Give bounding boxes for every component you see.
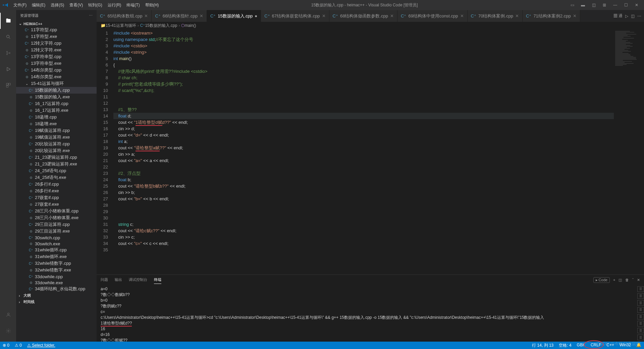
file-item[interactable]: ⚙28三只小猪称体重.exe [16,214,97,221]
terminal-instance-icon[interactable]: ☰ [637,321,644,327]
code-line[interactable]: float d; [113,113,614,119]
panel-tab[interactable]: 终端 [154,276,161,284]
code-line[interactable]: { [113,62,614,68]
project-header[interactable]: ⌄ HEIMAC++ [16,21,97,27]
menu-item[interactable]: 运行(R) [105,3,124,7]
file-item[interactable]: ⚙14布尔类型.exe [16,73,97,80]
editor-tab[interactable]: C⁺67结构体嵌套结构体.cpp✕ [261,10,329,22]
breadcrumb-item[interactable]: 15-41运算与循环 [106,23,136,29]
close-icon[interactable]: ✕ [322,13,326,18]
terminal-instance-icon[interactable]: ☰ [637,335,644,340]
menu-item[interactable]: 查看(V) [67,3,86,7]
more-icon[interactable]: ⋯ [89,13,93,18]
file-item[interactable]: ⚙21_23逻辑运算符.exe [16,161,97,167]
file-item[interactable]: C⁺14布尔类型.cpp [16,67,97,73]
file-item[interactable]: ⚙20比较运算符.exe [16,147,97,154]
file-item[interactable]: C⁺30switch.cpp [16,235,97,241]
status-warnings[interactable]: ⚠ 0 [12,343,24,348]
add-terminal-icon[interactable]: + [613,278,615,282]
menu-item[interactable]: 终端(T) [124,3,142,7]
close-icon[interactable]: ✕ [573,13,577,18]
status-encoding[interactable]: GBK [574,343,588,347]
code-line[interactable]: cout << "请给整型b赋b??" << endl; [113,183,614,189]
code-line[interactable]: #include <string> [113,49,614,55]
close-icon[interactable]: ✕ [144,13,148,18]
file-item[interactable]: C⁺12转义字符.cpp [16,40,97,47]
code-line[interactable]: // scanf("%c",&ch); [113,87,614,94]
code-line[interactable] [113,202,614,208]
close-panel-icon[interactable]: ✕ [637,278,640,282]
code-line[interactable] [113,164,614,170]
code-line[interactable]: #include <cstdio> [113,43,614,49]
file-item[interactable]: C⁺13字符串型.cpp [16,53,97,60]
code-line[interactable]: int a; [113,138,614,145]
file-item[interactable]: ⚙15数据的输入.exe [16,94,97,100]
file-item[interactable]: C⁺24_25if语句.cpp [16,167,97,174]
file-item[interactable]: C⁺31while循环.cpp [16,247,97,253]
file-item[interactable]: C⁺15数据的输入.cpp [16,87,97,94]
breadcrumb[interactable]: 📁 15-41运算与循环 › C⁺ 15数据的输入.cpp › ⬡ main() [97,22,644,29]
editor-tab[interactable]: C⁺68结构体做函数参数.cpp✕ [329,10,397,22]
maximize-icon[interactable]: ☐ [621,2,631,8]
menu-item[interactable]: 选择(S) [48,3,67,7]
editor-tab[interactable]: C⁺70结构体案例.cpp✕ [468,10,523,22]
terminal-instance-icon[interactable]: ☰ [637,300,644,306]
file-item[interactable]: C⁺32while猜数字.cpp [16,260,97,267]
menu-item[interactable]: 转到(G) [86,3,105,7]
breadcrumb-item[interactable]: main() [184,23,196,28]
code-line[interactable]: //1、整?? [113,106,614,113]
layout-icon[interactable]: ▭ [568,2,577,8]
close-icon[interactable]: ✕ [515,13,519,18]
menu-item[interactable]: 文件(F) [11,3,29,7]
terminal-instance-icon[interactable]: ☰ [637,328,644,334]
file-item[interactable]: C⁺16_17运算符.cpp [16,100,97,107]
file-item[interactable]: ⚙33dowhile.exe [16,280,97,286]
dirty-icon[interactable]: ● [255,13,257,18]
explorer-icon[interactable] [0,13,16,29]
code-line[interactable]: cout << "c=" << c << endl; [113,240,614,247]
search-icon[interactable] [0,29,16,45]
panel-tab[interactable]: 调试控制台 [129,276,147,284]
status-win[interactable]: Win32 [617,343,634,347]
status-position[interactable]: 行 14, 列 13 [529,343,556,348]
code-line[interactable]: //使用c风格的printf 使用需??#include <cstdio> [113,68,614,74]
code-line[interactable] [113,215,614,221]
split-icon[interactable]: ◫ [631,14,635,18]
file-item[interactable]: ⚙19赋值运算符.exe [16,134,97,141]
code-line[interactable]: cout << "b=" << b << endl; [113,196,614,202]
code-content[interactable]: #include <iostream>using namespace std;/… [113,29,614,275]
sidebar-icon[interactable]: ◫ [589,2,598,8]
file-item[interactable]: ⚙18递增.exe [16,120,97,127]
code-line[interactable]: cout << "请给整型a赋??" << endl; [113,145,614,151]
editor-tab[interactable]: C⁺15数据的输入.cpp● [207,10,261,22]
status-eol[interactable]: CRLF [588,343,604,347]
code-line[interactable]: cin >> a; [113,151,614,157]
status-select-folder[interactable]: ⚠ Select folder. [24,343,58,348]
file-item[interactable]: C⁺28三只小猪称体重.cpp [16,208,97,214]
file-item[interactable]: C⁺26多行if.cpp [16,181,97,188]
terminal-instance-icon[interactable]: ☰ [637,307,644,313]
close-icon[interactable]: ✕ [460,13,464,18]
editor-tab[interactable]: C⁺66结构体指针.cpp✕ [152,10,207,22]
outline-header[interactable]: › 大纲 [16,292,97,299]
close-icon[interactable]: ✕ [632,2,641,8]
editor-tab[interactable]: C⁺71结构体案例2.cpp✕ [523,10,580,22]
account-icon[interactable] [0,307,16,323]
code-line[interactable]: cout << "d=" << d << endl; [113,132,614,138]
file-item[interactable]: C⁺27嵌套if.cpp [16,194,97,201]
file-item[interactable]: C⁺21_23逻辑运算符.cpp [16,154,97,161]
folder-item[interactable]: ⌄15-41运算与循环 [16,80,97,87]
grid-icon[interactable]: ⊞ [600,2,609,8]
file-item[interactable]: C⁺34循环结构_水仙花数.cpp [16,286,97,292]
status-bell[interactable]: 🔔 [634,343,644,347]
code-line[interactable]: cin >> b; [113,189,614,196]
file-item[interactable]: C⁺18递增.cpp [16,114,97,120]
file-item[interactable]: ⚙31while循环.exe [16,253,97,260]
status-spaces[interactable]: 空格: 4 [556,343,574,348]
code-line[interactable]: cin >> c; [113,234,614,240]
file-item[interactable]: C⁺19赋值运算符.cpp [16,127,97,134]
breadcrumb-item[interactable]: 15数据的输入.cpp [145,23,177,29]
minimap[interactable] [614,29,644,275]
close-icon[interactable]: ✕ [390,13,394,18]
panel-tab[interactable]: 输出 [115,276,122,284]
